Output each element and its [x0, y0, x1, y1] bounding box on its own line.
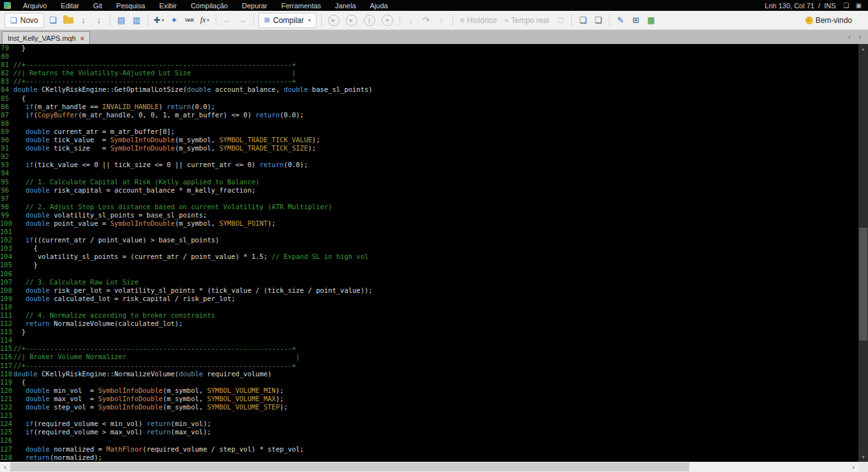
line-number[interactable]: 107	[0, 278, 13, 286]
line-number[interactable]: 110	[0, 303, 13, 311]
scroll-left-icon[interactable]: ‹	[0, 462, 10, 472]
line-number[interactable]: 102	[0, 236, 13, 244]
code-line[interactable]: 124 if(required_volume < min_vol) return…	[0, 420, 858, 428]
line-number[interactable]: 119	[0, 378, 13, 387]
start-debug-icon[interactable]: ▶	[328, 15, 340, 26]
code-line[interactable]: 110	[0, 303, 858, 311]
code-line[interactable]: 107 // 3. Calculate Raw Lot Size	[0, 278, 858, 286]
code-line[interactable]: 98 // 2. Adjust Stop Loss distance based…	[0, 203, 858, 211]
code-line[interactable]: 114	[0, 336, 858, 344]
code-line[interactable]: 102 if((current_atr / point_value) > bas…	[0, 236, 858, 244]
code-line[interactable]: 103 {	[0, 244, 858, 253]
line-number[interactable]: 92	[0, 152, 13, 161]
code-line[interactable]: 111 // 4. Normalize according to broker …	[0, 311, 858, 320]
line-number[interactable]: 80	[0, 52, 13, 61]
code-line[interactable]: 87 if(CopyBuffer(m_atr_handle, 0, 0, 1, …	[0, 111, 858, 119]
line-number[interactable]: 113	[0, 328, 13, 336]
insert-function-button[interactable]: fx▾	[198, 13, 212, 27]
horizontal-scroll-track[interactable]	[10, 462, 848, 472]
step-out-icon[interactable]: ↑	[435, 13, 449, 27]
tab-close-icon[interactable]: ×	[80, 34, 84, 42]
code-line[interactable]: 94	[0, 169, 858, 177]
services-grid-icon[interactable]: ▦	[644, 13, 658, 27]
storage-sync-icon[interactable]: ↓	[92, 13, 106, 27]
menu-item-ferramentas[interactable]: Ferramentas	[274, 1, 328, 10]
line-number[interactable]: 97	[0, 195, 13, 203]
line-number[interactable]: 126	[0, 436, 13, 445]
menu-item-arquivo[interactable]: Arquivo	[16, 1, 54, 10]
horizontal-scroll-thumb[interactable]	[10, 462, 689, 471]
line-number[interactable]: 79	[0, 44, 13, 52]
save-icon[interactable]: ↓	[77, 13, 91, 27]
menu-item-depurar[interactable]: Depurar	[235, 1, 274, 10]
code-line[interactable]: 90 double tick_value = SymbolInfoDouble(…	[0, 136, 858, 144]
code-line[interactable]: 81//+-----------------------------------…	[0, 61, 858, 69]
highlighter-icon[interactable]: ✎	[613, 13, 627, 27]
menu-item-pesquisa[interactable]: Pesquisa	[109, 1, 152, 10]
vertical-scroll-thumb[interactable]	[859, 228, 867, 341]
stop-debug-icon[interactable]: ■	[382, 15, 393, 26]
code-line[interactable]: 108 double risk_per_lot = volatility_sl_…	[0, 286, 858, 295]
pause-debug-icon[interactable]: ∥	[364, 15, 375, 26]
code-line[interactable]: 93 if(tick_value <= 0 || tick_size <= 0 …	[0, 161, 858, 169]
step-into-icon[interactable]: ↓	[404, 13, 418, 27]
panel-toggle-icon[interactable]: ❏	[844, 2, 849, 9]
code-line[interactable]: 105 }	[0, 261, 858, 269]
line-number[interactable]: 124	[0, 420, 13, 428]
welcome-button[interactable]: ☺ Bem-vindo	[802, 13, 856, 28]
layout-toggle-icon[interactable]: ▣	[856, 2, 862, 9]
code-line[interactable]: 99 double volatility_sl_points = base_sl…	[0, 211, 858, 219]
line-number[interactable]: 82	[0, 69, 13, 77]
line-number[interactable]: 87	[0, 111, 13, 119]
code-line[interactable]: 92	[0, 152, 858, 161]
menu-item-ajuda[interactable]: Ajuda	[363, 1, 395, 10]
metaquotes-grid-icon[interactable]: ⊞	[629, 13, 643, 27]
code-line[interactable]: 125 if(required_volume > max_vol) return…	[0, 428, 858, 436]
line-number[interactable]: 85	[0, 94, 13, 103]
code-line[interactable]: 104 volatility_sl_points = (current_atr …	[0, 253, 858, 261]
vertical-scrollbar[interactable]: ▲ ▼	[858, 44, 868, 462]
snippets-icon[interactable]: ❏	[591, 13, 605, 27]
line-number[interactable]: 121	[0, 395, 13, 403]
code-line[interactable]: 118double CKellyRiskEngine::NormalizeVol…	[0, 370, 858, 378]
line-number[interactable]: 90	[0, 136, 13, 144]
code-line[interactable]: 116//| Broker Volume Normalizer |	[0, 353, 858, 361]
code-line[interactable]: 120 double min_vol = SymbolInfoDouble(m_…	[0, 387, 858, 395]
new-window-icon[interactable]: ❏	[46, 13, 60, 27]
realtime-button[interactable]: ≈ Tempo real	[500, 13, 553, 28]
code-line[interactable]: 113 }	[0, 328, 858, 336]
line-number[interactable]: 91	[0, 144, 13, 152]
history-button[interactable]: ≡ Histórico	[456, 13, 501, 28]
code-line[interactable]: 88	[0, 119, 858, 128]
code-line[interactable]: 79 }	[0, 44, 858, 52]
line-number[interactable]: 125	[0, 428, 13, 436]
code-line[interactable]: 119 {	[0, 378, 858, 387]
code-line[interactable]: 123	[0, 411, 858, 420]
code-line[interactable]: 115//+----------------------------------…	[0, 344, 858, 353]
code-line[interactable]: 109 double calculated_lot = risk_capital…	[0, 295, 858, 303]
line-number[interactable]: 101	[0, 228, 13, 236]
menu-item-janela[interactable]: Janela	[328, 1, 363, 10]
code-area[interactable]: 79 }8081//+-----------------------------…	[0, 44, 858, 462]
line-number[interactable]: 86	[0, 103, 13, 111]
wizard-icon[interactable]: ✦	[167, 13, 181, 27]
start-profiler-icon[interactable]: ▶	[346, 15, 357, 26]
code-line[interactable]: 112 return NormalizeVolume(calculated_lo…	[0, 320, 858, 328]
tab-scroll-left-icon[interactable]: ‹	[844, 33, 855, 41]
line-number[interactable]: 81	[0, 61, 13, 69]
line-number[interactable]: 127	[0, 445, 13, 454]
line-number[interactable]: 95	[0, 178, 13, 186]
code-line[interactable]: 121 double max_vol = SymbolInfoDouble(m_…	[0, 395, 858, 403]
line-number[interactable]: 118	[0, 370, 13, 378]
code-line[interactable]: 100 double point_value = SymbolInfoDoubl…	[0, 219, 858, 228]
code-line[interactable]: 84double CKellyRiskEngine::GetOptimalLot…	[0, 85, 858, 94]
menu-item-compilao[interactable]: Compilação	[184, 1, 235, 10]
code-line[interactable]: 106	[0, 270, 858, 278]
menu-item-exibir[interactable]: Exibir	[152, 1, 184, 10]
code-line[interactable]: 95 // 1. Calculate Capital at Risk (Kell…	[0, 178, 858, 186]
code-line[interactable]: 101	[0, 228, 858, 236]
line-number[interactable]: 99	[0, 211, 13, 219]
line-number[interactable]: 104	[0, 253, 13, 261]
code-line[interactable]: 80	[0, 52, 858, 61]
line-number[interactable]: 128	[0, 454, 13, 462]
